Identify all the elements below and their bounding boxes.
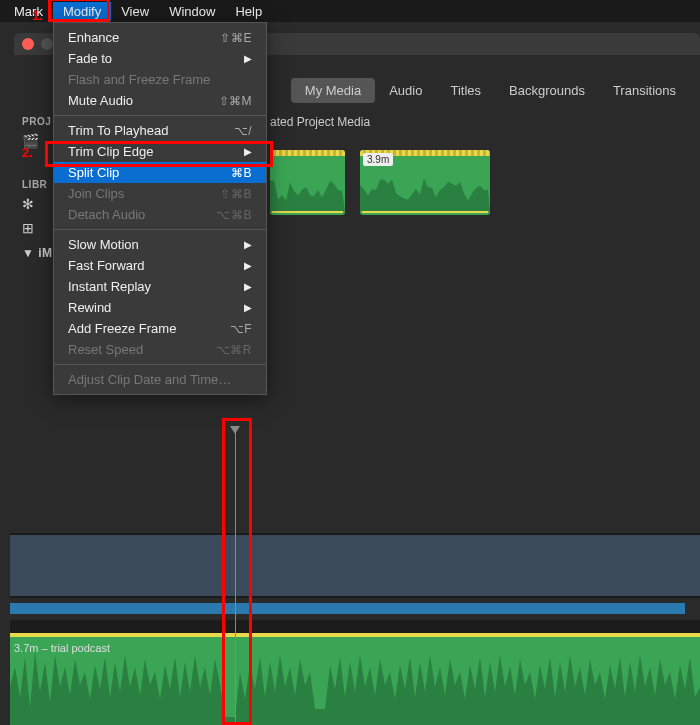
menu-item-label: Flash and Freeze Frame (68, 72, 210, 87)
tab-titles[interactable]: Titles (436, 78, 495, 103)
clip-video-strip (270, 150, 345, 156)
menu-item-label: Split Clip (68, 165, 119, 180)
menu-item-adjust-clip-date-and-time: Adjust Clip Date and Time… (54, 369, 266, 390)
annotation-label-1: 1. (32, 8, 43, 23)
menubar-mark[interactable]: Mark (4, 2, 53, 21)
menu-shortcut: ⌥/ (234, 124, 252, 138)
menu-item-reset-speed: Reset Speed⌥⌘R (54, 339, 266, 360)
close-window-button[interactable] (22, 38, 34, 50)
submenu-arrow-icon: ▶ (244, 302, 252, 313)
timeline-clip-label: 3.7m – trial podcast (14, 642, 110, 654)
menu-item-detach-audio: Detach Audio⌥⌘B (54, 204, 266, 225)
menu-separator (54, 115, 266, 116)
menu-item-split-clip[interactable]: Split Clip⌘B (54, 162, 266, 183)
menu-item-rewind[interactable]: Rewind▶ (54, 297, 266, 318)
menubar: MarkModifyViewWindowHelp (0, 0, 700, 22)
menu-item-label: Trim To Playhead (68, 123, 168, 138)
menu-shortcut: ⌥F (230, 322, 252, 336)
menu-shortcut: ⇧⌘M (219, 94, 253, 108)
menu-item-label: Rewind (68, 300, 111, 315)
menu-item-label: Trim Clip Edge (68, 144, 153, 159)
menu-shortcut: ⌘B (231, 166, 252, 180)
submenu-arrow-icon: ▶ (244, 239, 252, 250)
timeline[interactable]: 3.7m – trial podcast (10, 428, 700, 725)
menubar-view[interactable]: View (111, 2, 159, 21)
menu-item-label: Join Clips (68, 186, 124, 201)
submenu-arrow-icon: ▶ (244, 53, 252, 64)
submenu-arrow-icon: ▶ (244, 281, 252, 292)
menubar-help[interactable]: Help (225, 2, 272, 21)
annotation-label-2: 2. (22, 145, 33, 160)
tab-audio[interactable]: Audio (375, 78, 436, 103)
menu-item-fast-forward[interactable]: Fast Forward▶ (54, 255, 266, 276)
menu-shortcut: ⇧⌘B (220, 187, 252, 201)
submenu-arrow-icon: ▶ (244, 260, 252, 271)
timeline-separator (10, 620, 700, 633)
submenu-arrow-icon: ▶ (244, 146, 252, 157)
modify-menu-dropdown: Enhance⇧⌘EFade to▶Flash and Freeze Frame… (53, 22, 267, 395)
menu-item-trim-clip-edge[interactable]: Trim Clip Edge▶ (54, 141, 266, 162)
menu-item-add-freeze-frame[interactable]: Add Freeze Frame⌥F (54, 318, 266, 339)
clip-waveform (270, 168, 345, 211)
clip-waveform (360, 168, 490, 211)
timeline-video-track[interactable] (10, 533, 700, 598)
menubar-window[interactable]: Window (159, 2, 225, 21)
menu-item-label: Slow Motion (68, 237, 139, 252)
menu-item-join-clips: Join Clips⇧⌘B (54, 183, 266, 204)
media-clip[interactable]: 3.9m (360, 150, 490, 215)
menu-item-slow-motion[interactable]: Slow Motion▶ (54, 234, 266, 255)
media-tabs: My MediaAudioTitlesBackgroundsTransition… (291, 78, 690, 103)
menu-shortcut: ⌥⌘B (216, 208, 252, 222)
clip-bottom-border (272, 211, 343, 213)
menu-shortcut: ⌥⌘R (216, 343, 252, 357)
media-clip[interactable] (270, 150, 345, 215)
menu-item-label: Mute Audio (68, 93, 133, 108)
tab-transitions[interactable]: Transitions (599, 78, 690, 103)
menu-separator (54, 229, 266, 230)
menubar-modify[interactable]: Modify (53, 2, 111, 21)
menu-item-trim-to-playhead[interactable]: Trim To Playhead⌥/ (54, 120, 266, 141)
menu-item-label: Fast Forward (68, 258, 145, 273)
menu-item-label: Fade to (68, 51, 112, 66)
playhead[interactable] (235, 428, 236, 725)
menu-item-label: Add Freeze Frame (68, 321, 176, 336)
timeline-audio-track[interactable] (10, 637, 700, 725)
menu-separator (54, 364, 266, 365)
menu-item-label: Enhance (68, 30, 119, 45)
menu-item-label: Adjust Clip Date and Time… (68, 372, 231, 387)
audio-waveform (10, 637, 700, 725)
tab-my-media[interactable]: My Media (291, 78, 375, 103)
menu-item-instant-replay[interactable]: Instant Replay▶ (54, 276, 266, 297)
tab-backgrounds[interactable]: Backgrounds (495, 78, 599, 103)
clip-bottom-border (362, 211, 488, 213)
timeline-connected-track[interactable] (10, 603, 685, 614)
menu-item-flash-and-freeze-frame: Flash and Freeze Frame (54, 69, 266, 90)
menu-shortcut: ⇧⌘E (220, 31, 252, 45)
menu-item-enhance[interactable]: Enhance⇧⌘E (54, 27, 266, 48)
menu-item-label: Reset Speed (68, 342, 143, 357)
media-section-header: ated Project Media (270, 115, 370, 129)
menu-item-label: Instant Replay (68, 279, 151, 294)
menu-item-label: Detach Audio (68, 207, 145, 222)
minimize-window-button[interactable] (41, 38, 53, 50)
menu-item-fade-to[interactable]: Fade to▶ (54, 48, 266, 69)
menu-item-mute-audio[interactable]: Mute Audio⇧⌘M (54, 90, 266, 111)
clip-duration-label: 3.9m (363, 153, 393, 166)
